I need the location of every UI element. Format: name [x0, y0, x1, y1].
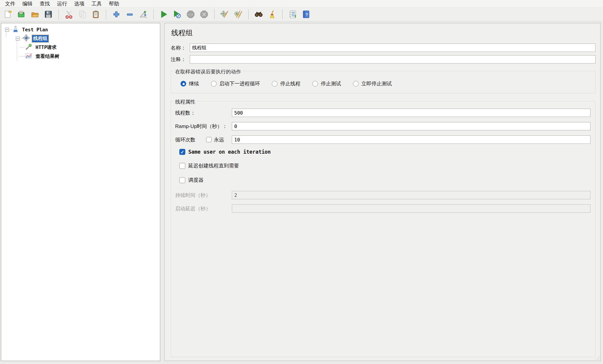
resize-grip[interactable]: [596, 356, 600, 360]
stop-icon: STOP: [186, 10, 195, 19]
same-user-checkbox[interactable]: [179, 149, 185, 155]
main-area: Test Plan 线程组 HTTP请求 查看结果树 线程组 名称： 注释：: [0, 21, 603, 364]
tree-node-test-plan[interactable]: Test Plan: [2, 25, 159, 34]
function-helper-icon: [288, 10, 297, 19]
toolbar-separator: [214, 9, 215, 19]
open-button[interactable]: [30, 9, 40, 20]
radio-continue[interactable]: 继续: [181, 80, 199, 87]
open-folder-icon: [30, 10, 39, 19]
templates-button[interactable]: [16, 9, 27, 20]
radio-label: 启动下一进程循环: [219, 80, 260, 87]
toolbar: STOP ?: [0, 7, 603, 21]
tree-node-thread-group[interactable]: 线程组: [2, 34, 159, 43]
minus-icon: [125, 10, 134, 19]
paste-button[interactable]: [90, 9, 101, 20]
http-request-icon: [25, 43, 32, 52]
thread-properties-group-title: 线程属性: [174, 98, 197, 105]
stop-button[interactable]: STOP: [185, 9, 196, 20]
toggle-button[interactable]: [138, 9, 149, 20]
radio-stop-thread[interactable]: 停止线程: [272, 80, 300, 87]
comment-input[interactable]: [190, 55, 596, 64]
delayed-start-row: 延迟创建线程直到需要: [179, 162, 590, 169]
threads-input[interactable]: [232, 109, 590, 117]
menu-run[interactable]: 运行: [57, 0, 67, 7]
remove-button[interactable]: [124, 9, 135, 20]
radio-label: 立即停止测试: [361, 80, 392, 87]
radio-stop-test-now[interactable]: 立即停止测试: [353, 80, 392, 87]
delayed-start-checkbox[interactable]: [179, 163, 185, 169]
radio-icon[interactable]: [211, 81, 217, 87]
help-button[interactable]: ?: [301, 9, 311, 20]
toolbar-separator: [58, 9, 59, 19]
radio-label: 停止线程: [280, 80, 300, 87]
menu-tools[interactable]: 工具: [92, 0, 102, 7]
new-file-button[interactable]: [3, 9, 13, 20]
templates-icon: [17, 10, 26, 19]
test-plan-icon: [12, 26, 19, 34]
thread-group-config-panel: 线程组 名称： 注释： 在取样器错误后要执行的动作 继续 启动下一进程循环: [164, 23, 601, 361]
start-button[interactable]: [158, 9, 169, 20]
add-button[interactable]: [111, 9, 122, 20]
rampup-input[interactable]: [232, 122, 590, 130]
rampup-label: Ramp-Up时间（秒）：: [175, 123, 232, 130]
radio-label: 停止测试: [321, 80, 341, 87]
function-helper-button[interactable]: [287, 9, 298, 20]
search-button[interactable]: [253, 9, 264, 20]
copy-button[interactable]: [77, 9, 88, 20]
forever-checkbox[interactable]: [206, 137, 212, 142]
menu-search[interactable]: 查找: [40, 0, 50, 7]
radio-icon[interactable]: [272, 81, 277, 87]
error-action-group: 在取样器错误后要执行的动作 继续 启动下一进程循环 停止线程 停止测试: [171, 71, 596, 93]
start-no-pauses-button[interactable]: [172, 9, 183, 20]
shutdown-x-icon: [200, 10, 209, 19]
save-button[interactable]: [43, 9, 54, 20]
duration-label: 持续时间（秒）: [175, 192, 232, 199]
scheduler-checkbox[interactable]: [179, 177, 185, 183]
collapse-handle-icon[interactable]: [5, 28, 9, 32]
help-book-icon: ?: [302, 10, 311, 19]
radio-stop-test[interactable]: 停止测试: [312, 80, 341, 87]
clear-button[interactable]: [219, 9, 230, 20]
scheduler-row: 调度器: [179, 177, 590, 183]
collapse-handle-icon[interactable]: [16, 37, 20, 41]
cut-scissors-icon: [64, 10, 73, 19]
play-no-pauses-icon: [173, 10, 182, 19]
rampup-row: Ramp-Up时间（秒）：: [175, 122, 590, 130]
error-action-group-title: 在取样器错误后要执行的动作: [174, 68, 243, 75]
tree-node-label[interactable]: HTTP请求: [34, 44, 58, 51]
clear-search-button[interactable]: [267, 9, 277, 20]
plus-icon: [112, 10, 121, 19]
thread-properties-group: 线程属性 线程数： Ramp-Up时间（秒）： 循环次数 永远: [171, 101, 596, 357]
scheduler-label: 调度器: [188, 177, 203, 183]
page-title: 线程组: [171, 28, 596, 38]
tree-node-label[interactable]: 查看结果树: [34, 53, 61, 60]
radio-icon[interactable]: [353, 81, 359, 87]
name-row: 名称：: [171, 44, 596, 52]
radio-start-next-loop[interactable]: 启动下一进程循环: [211, 80, 260, 87]
svg-text:?: ?: [305, 12, 308, 17]
view-results-tree-icon: [25, 52, 32, 61]
menu-bar: 文件 编辑 查找 运行 选项 工具 帮助: [0, 0, 603, 7]
menu-file[interactable]: 文件: [5, 0, 15, 7]
startup-delay-label: 启动延迟（秒）: [175, 205, 232, 212]
toolbar-separator: [106, 9, 106, 19]
clear-all-button[interactable]: [233, 9, 243, 20]
tree-node-http-request[interactable]: HTTP请求: [2, 43, 159, 52]
loop-count-input[interactable]: [232, 135, 590, 144]
tree-node-label[interactable]: 线程组: [32, 35, 49, 42]
test-plan-tree: Test Plan 线程组 HTTP请求 查看结果树: [1, 23, 160, 361]
loop-count-label: 循环次数: [175, 136, 195, 143]
tree-node-label[interactable]: Test Plan: [21, 26, 49, 33]
shutdown-button[interactable]: [199, 9, 209, 20]
menu-edit[interactable]: 编辑: [22, 0, 33, 7]
radio-icon[interactable]: [312, 81, 318, 87]
play-icon: [159, 10, 168, 19]
forever-label: 永远: [214, 136, 224, 143]
cut-button[interactable]: [64, 9, 74, 20]
tree-node-view-results-tree[interactable]: 查看结果树: [2, 52, 159, 61]
name-input[interactable]: [190, 44, 596, 52]
copy-icon: [78, 10, 87, 19]
menu-options[interactable]: 选项: [74, 0, 84, 7]
menu-help[interactable]: 帮助: [109, 0, 119, 7]
radio-selected-icon[interactable]: [181, 81, 186, 87]
